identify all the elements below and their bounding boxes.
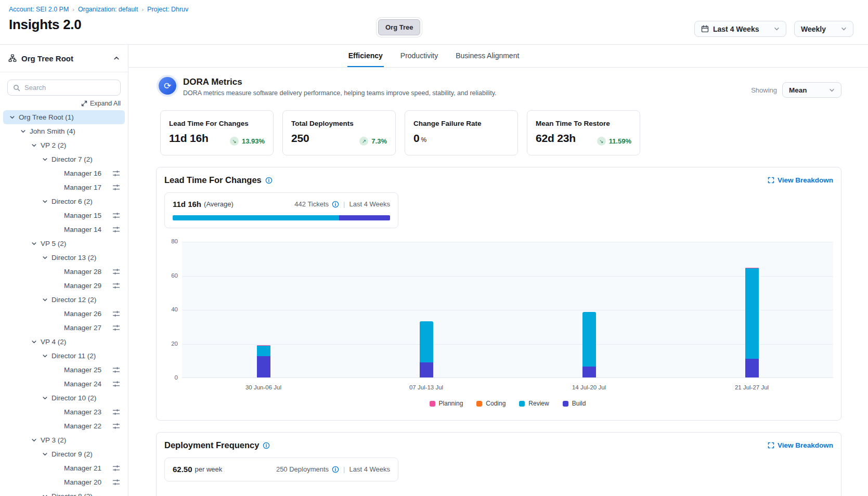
metric-card-label: Mean Time To Restore xyxy=(536,120,631,127)
tree-item-manager-27[interactable]: Manager 27 xyxy=(3,321,125,335)
tree-item-director-11-2[interactable]: Director 11 (2) xyxy=(3,349,125,363)
tree-item-manager-17[interactable]: Manager 17 xyxy=(3,180,125,194)
tree-item-manager-25[interactable]: Manager 25 xyxy=(3,363,125,377)
sliders-icon[interactable] xyxy=(112,310,120,317)
granularity-dropdown[interactable]: Weekly xyxy=(794,21,853,37)
tree-item-director-6-2[interactable]: Director 6 (2) xyxy=(3,194,125,208)
org-tree-button[interactable]: Org Tree xyxy=(378,19,420,35)
tab-productivity[interactable]: Productivity xyxy=(399,45,439,67)
tree-item-director-13-2[interactable]: Director 13 (2) xyxy=(3,251,125,265)
sliders-icon[interactable] xyxy=(112,184,120,191)
sliders-icon[interactable] xyxy=(112,170,120,177)
bar-segment-review[interactable] xyxy=(420,321,433,362)
tree-item-label: Manager 21 xyxy=(64,464,101,472)
stacked-bar-14-jul-20-jul[interactable] xyxy=(582,312,596,377)
chevron-down-icon[interactable] xyxy=(42,493,48,496)
chevron-down-icon[interactable] xyxy=(42,451,48,457)
tree-item-manager-26[interactable]: Manager 26 xyxy=(3,307,125,321)
tree-item-director-8-2[interactable]: Director 8 (2) xyxy=(3,489,125,496)
chevron-down-icon[interactable] xyxy=(42,156,48,162)
chevron-down-icon[interactable] xyxy=(31,339,37,345)
chevron-up-icon[interactable] xyxy=(113,55,120,61)
chevron-down-icon[interactable] xyxy=(42,353,48,359)
bar-segment-build[interactable] xyxy=(745,359,759,377)
stacked-bar-30-jun-06-jul[interactable] xyxy=(257,345,270,377)
chevron-down-icon[interactable] xyxy=(20,128,26,134)
sliders-icon[interactable] xyxy=(112,465,120,472)
chevron-down-icon[interactable] xyxy=(42,395,48,401)
bar-segment-build[interactable] xyxy=(582,367,596,377)
sliders-icon[interactable] xyxy=(112,479,120,486)
tree-item-org-tree-root-1[interactable]: Org Tree Root (1) xyxy=(3,110,125,124)
view-breakdown-icon xyxy=(768,177,774,184)
stacked-bar-21-jul-27-jul[interactable] xyxy=(745,268,759,377)
tree-item-vp-3-2[interactable]: VP 3 (2) xyxy=(3,433,125,447)
sliders-icon[interactable] xyxy=(112,381,120,387)
tree-item-director-7-2[interactable]: Director 7 (2) xyxy=(3,152,125,166)
sliders-icon[interactable] xyxy=(112,226,120,233)
bar-segment-build[interactable] xyxy=(420,362,433,377)
breadcrumb-organization-link[interactable]: Organization: default xyxy=(78,6,138,13)
tree-item-vp-4-2[interactable]: VP 4 (2) xyxy=(3,335,125,349)
legend-item-coding[interactable]: Coding xyxy=(476,400,506,407)
info-icon[interactable] xyxy=(332,466,339,473)
sliders-icon[interactable] xyxy=(112,268,120,275)
bar-segment-build[interactable] xyxy=(257,356,270,377)
breadcrumb-account-link[interactable]: Account: SEI 2.0 PM xyxy=(9,6,69,13)
metric-card-unit: % xyxy=(421,136,426,143)
chevron-down-icon[interactable] xyxy=(42,255,48,260)
chevron-down-icon[interactable] xyxy=(31,142,37,148)
tree-item-manager-24[interactable]: Manager 24 xyxy=(3,377,125,391)
tree-item-vp-2-2[interactable]: VP 2 (2) xyxy=(3,138,125,152)
showing-dropdown[interactable]: Mean xyxy=(782,82,841,98)
stacked-bar-07-jul-13-jul[interactable] xyxy=(420,321,433,377)
tree-item-manager-23[interactable]: Manager 23 xyxy=(3,405,125,419)
chevron-down-icon[interactable] xyxy=(31,241,37,246)
sliders-icon[interactable] xyxy=(112,282,120,289)
bar-segment-review[interactable] xyxy=(582,312,596,367)
chevron-down-icon[interactable] xyxy=(31,437,37,443)
tab-efficiency[interactable]: Efficiency xyxy=(347,45,384,67)
tree-item-manager-14[interactable]: Manager 14 xyxy=(3,223,125,237)
sliders-icon[interactable] xyxy=(112,367,120,373)
breadcrumb: Account: SEI 2.0 PM › Organization: defa… xyxy=(0,0,868,13)
lead-time-view-breakdown-button[interactable]: View Breakdown xyxy=(768,176,833,184)
sliders-icon[interactable] xyxy=(112,409,120,415)
info-icon[interactable] xyxy=(332,201,339,208)
info-icon[interactable] xyxy=(263,442,270,449)
search-input[interactable] xyxy=(24,84,116,92)
deployment-view-breakdown-button[interactable]: View Breakdown xyxy=(768,441,833,449)
chevron-down-icon[interactable] xyxy=(42,297,48,303)
sliders-icon[interactable] xyxy=(112,324,120,331)
info-icon[interactable] xyxy=(265,177,273,184)
tree-item-vp-5-2[interactable]: VP 5 (2) xyxy=(3,237,125,251)
bar-segment-review[interactable] xyxy=(745,268,759,359)
sidebar-search[interactable] xyxy=(7,80,121,96)
tree-item-label: VP 4 (2) xyxy=(41,338,66,346)
tree-item-director-9-2[interactable]: Director 9 (2) xyxy=(3,447,125,461)
breadcrumb-project-link[interactable]: Project: Dhruv xyxy=(147,6,188,13)
legend-item-planning[interactable]: Planning xyxy=(430,400,463,407)
bar-segment-review[interactable] xyxy=(257,346,270,356)
tree-item-manager-29[interactable]: Manager 29 xyxy=(3,279,125,293)
chevron-down-icon[interactable] xyxy=(9,114,15,120)
date-range-dropdown[interactable]: Last 4 Weeks xyxy=(694,21,786,37)
tab-business-alignment[interactable]: Business Alignment xyxy=(455,45,520,67)
tree-item-manager-20[interactable]: Manager 20 xyxy=(3,475,125,489)
expand-all-button[interactable]: Expand All xyxy=(81,100,121,107)
legend-item-build[interactable]: Build xyxy=(563,400,586,407)
deployment-rate-value: 62.50 xyxy=(173,465,192,474)
tree-item-manager-28[interactable]: Manager 28 xyxy=(3,265,125,279)
tree-item-manager-15[interactable]: Manager 15 xyxy=(3,208,125,223)
tree-item-manager-22[interactable]: Manager 22 xyxy=(3,419,125,433)
tree-item-manager-21[interactable]: Manager 21 xyxy=(3,461,125,475)
legend-item-review[interactable]: Review xyxy=(519,400,549,407)
tree-item-director-12-2[interactable]: Director 12 (2) xyxy=(3,293,125,307)
deployment-frequency-title: Deployment Frequency xyxy=(164,440,259,450)
chevron-down-icon[interactable] xyxy=(42,199,48,204)
tree-item-manager-16[interactable]: Manager 16 xyxy=(3,166,125,180)
tree-item-john-smith-4[interactable]: John Smith (4) xyxy=(3,124,125,138)
sliders-icon[interactable] xyxy=(112,423,120,429)
tree-item-director-10-2[interactable]: Director 10 (2) xyxy=(3,391,125,405)
sliders-icon[interactable] xyxy=(112,212,120,219)
